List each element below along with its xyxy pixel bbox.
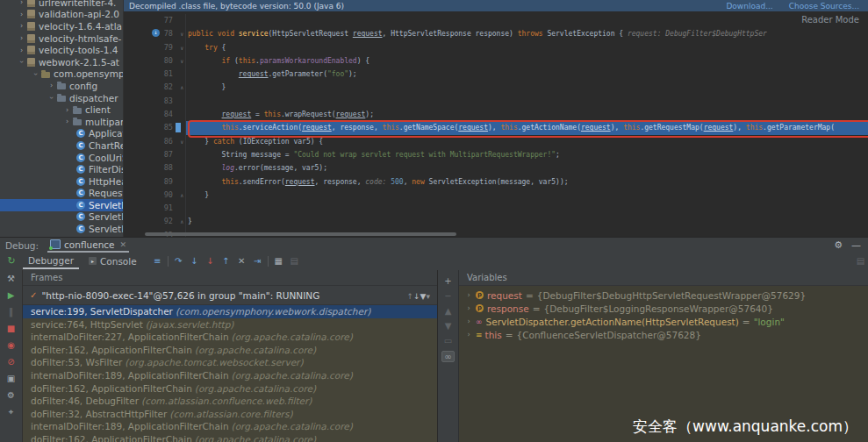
tree-item-com-opensymp[interactable]: ›com.opensymp [0,68,123,81]
remove-watch-icon[interactable]: − [444,291,451,301]
code-line-89[interactable]: 89 this.sendError(request, response, cod… [124,175,868,189]
stack-frame-row[interactable]: doFilter:32, AbstractHttpFilter(com.atla… [23,408,437,421]
code-line-79[interactable]: 79∨ try { [124,41,868,54]
tree-item-velocity-htmlsafe-[interactable]: ›velocity-htmlsafe- [0,32,123,45]
fold-end-icon[interactable]: ∧ [180,82,183,93]
close-session-icon[interactable]: ✕ [120,240,127,249]
chevron-right-icon[interactable]: › [18,11,25,18]
tree-item-cooluris[interactable]: CCoolUriS [0,152,123,164]
chevron-right-icon[interactable]: › [63,118,71,125]
stack-frame-row[interactable]: internalDoFilter:227, ApplicationFilterC… [23,331,437,344]
restore-layout-icon[interactable]: ▤ [853,256,868,266]
code-line-92[interactable]: 92∧} [124,215,868,228]
code-line-78[interactable]: 78∨↓public void service(HttpServletReque… [124,27,868,40]
fold-end-icon[interactable]: ∧ [180,189,183,201]
tree-item-config[interactable]: ›config [0,80,123,92]
debug-settings-gear-icon[interactable]: ⚙ [834,239,843,251]
layout-settings-icon[interactable]: ▤ [287,256,302,266]
show-watches-icon[interactable]: ∞ [441,351,454,362]
fold-open-icon[interactable]: ∨ [180,55,183,67]
stop-icon[interactable]: ■ [7,324,15,334]
wrench-icon[interactable]: ⚒ [7,274,15,284]
code-line-83[interactable]: 83 [124,95,868,108]
tree-item-webwork-2-1-5-at[interactable]: ›webwork-2.1.5-at [0,56,123,68]
fold-open-icon[interactable]: ∨ [180,28,183,39]
tree-item-applicat[interactable]: CApplicat [0,128,123,140]
chevron-right-icon[interactable]: › [47,82,55,89]
chevron-right-icon[interactable]: › [465,304,472,312]
chevron-right-icon[interactable]: › [465,317,472,325]
tree-item-urlrewritefilter-4-[interactable]: ›urlrewritefilter-4. [0,0,123,9]
stack-frame-row[interactable]: internalDoFilter:189, ApplicationFilterC… [23,420,437,433]
settings-gear-icon[interactable]: ⚙ [7,390,15,401]
stack-frame-row[interactable]: internalDoFilter:189, ApplicationFilterC… [23,369,437,382]
show-execution-point-icon[interactable]: ≡ [150,256,165,266]
move-watch-up-icon[interactable]: ▲ [445,306,452,316]
chevron-right-icon[interactable]: › [18,46,25,54]
stack-frame-row[interactable]: doFilter:162, ApplicationFilterChain(org… [23,433,437,442]
variable-row-response[interactable]: ›presponse = {DebugFilter$LoggingRespons… [459,302,868,315]
variable-row-this[interactable]: ›≡this = {ConfluenceServletDispatcher@57… [459,328,868,341]
stack-frame-row[interactable]: service:199, ServletDispatcher(com.opens… [23,305,437,318]
force-step-into-icon[interactable]: ↓ [203,256,218,266]
thread-selector[interactable]: ✓ "http-nio-8090-exec-14"@57,626 in grou… [23,286,437,305]
step-into-icon[interactable]: ↓ [187,256,202,266]
chevron-right-icon[interactable]: › [63,106,71,114]
tree-item-chartres[interactable]: CChartRes [0,139,123,152]
code-line-84[interactable]: 84 request = this.wrapRequest(request); [124,108,868,121]
tab-console[interactable]: ▸ Console [83,253,142,269]
resume-icon[interactable]: ▶ [8,290,15,301]
step-out-icon[interactable]: ↑ [219,256,233,266]
stack-frame-row[interactable]: doFilter:162, ApplicationFilterChain(org… [23,382,437,396]
variable-row-request[interactable]: ›prequest = {DebugFilter$DebugHttpServle… [459,289,868,302]
prev-frame-icon[interactable]: ↑ [406,292,413,301]
tree-item-multipar[interactable]: ›multipar [0,116,123,128]
pin-icon[interactable]: ⌖ [9,407,14,417]
stack-frame-row[interactable]: doFilter:53, WsFilter(org.apache.tomcat.… [23,356,437,369]
move-watch-down-icon[interactable]: ▼ [445,321,452,331]
stack-frame-row[interactable]: doFilter:46, DebugFilter(com.atlassian.c… [23,395,437,408]
drop-frame-icon[interactable]: ✕ [234,256,249,266]
code-area[interactable]: 7778∨↓public void service(HttpServletReq… [124,11,868,232]
duplicate-watch-icon[interactable]: ▭ [444,336,452,346]
choose-sources-link[interactable]: Choose Sources... [789,2,859,11]
stack-frame-row[interactable]: service:764, HttpServlet(javax.servlet.h… [23,318,437,332]
chevron-right-icon[interactable]: › [18,0,25,6]
tree-item-servletd[interactable]: CServletD [0,199,123,211]
step-over-icon[interactable]: ↷ [171,256,186,266]
evaluate-expression-icon[interactable]: ▦ [271,256,286,266]
download-sources-link[interactable]: Download... [726,2,772,11]
code-line-77[interactable]: 77 [124,14,868,27]
tree-item-velocity-1-6-4-atla[interactable]: ›velocity-1.6.4-atla [0,20,123,32]
tree-item-client[interactable]: ›client [0,103,123,116]
stack-frame-row[interactable]: doFilter:162, ApplicationFilterChain(org… [23,344,437,357]
rerun-icon[interactable]: ↻ [4,255,18,267]
tree-item-servletd[interactable]: CServletD [0,211,123,224]
tree-item-velocity-tools-1-4[interactable]: ›velocity-tools-1.4 [0,44,123,56]
code-editor[interactable]: Decompiled .class file, bytecode version… [124,0,868,237]
tree-item-request[interactable]: CRequest [0,188,123,200]
variable-row-servletdispatcher-getactionnam[interactable]: ›∞ServletDispatcher.getActionName(HttpSe… [459,315,868,328]
tab-debugger[interactable]: Debugger [23,253,79,269]
fold-end-icon[interactable]: ∧ [180,216,183,227]
code-line-87[interactable]: 87 String message = "Could not wrap serv… [124,148,868,161]
tree-item-dispatcher[interactable]: ›dispatcher [0,92,123,104]
fold-open-icon[interactable]: ∨ [180,42,183,53]
tree-item-servletr[interactable]: CServletR [0,223,123,235]
chevron-right-icon[interactable]: › [465,331,472,339]
run-to-cursor-icon[interactable]: ⇥ [250,256,265,266]
view-breakpoints-icon[interactable]: ◉ [7,340,15,351]
add-watch-icon[interactable]: + [444,276,451,286]
tree-item-validation-api-2-0[interactable]: ›validation-api-2.0 [0,9,123,21]
chevron-down-icon[interactable]: › [47,94,55,102]
tree-item-httphea[interactable]: CHttpHea [0,175,123,188]
mute-breakpoints-icon[interactable]: ⊘ [7,357,14,367]
pause-icon[interactable]: ‖ [9,307,13,317]
code-line-85[interactable]: 85 this.serviceAction(request, response,… [124,121,868,134]
tree-item-filterdis[interactable]: CFilterDis [0,163,123,175]
next-frame-icon[interactable]: ↓ [413,292,420,301]
editor-horizontal-scrollbar[interactable] [145,232,456,236]
code-line-86[interactable]: 86∨ } catch (IOException var5) { [124,135,868,148]
chevron-down-icon[interactable]: › [32,70,39,78]
thread-dump-camera-icon[interactable]: ▣ [7,374,15,384]
